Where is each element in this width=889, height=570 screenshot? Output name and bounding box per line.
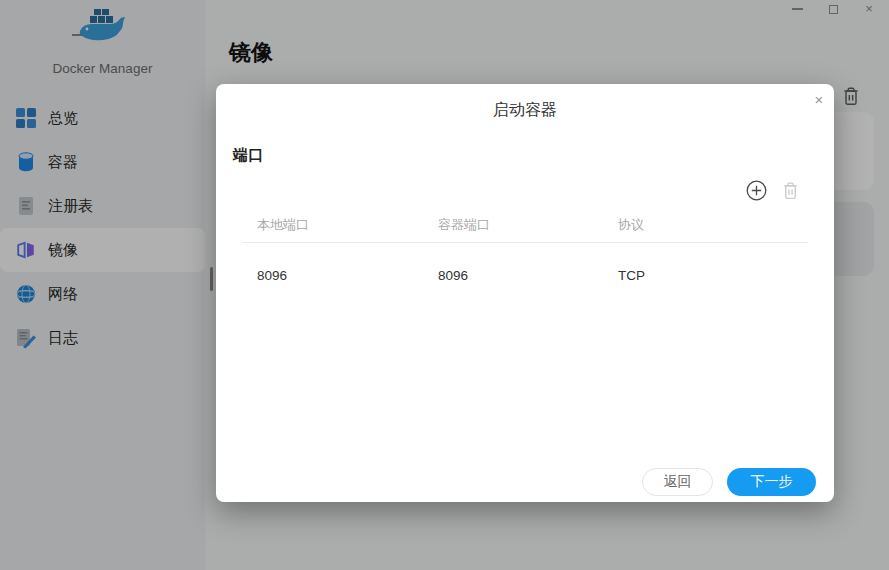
app-window: Docker Manager 总览 bbox=[0, 0, 889, 570]
column-header-container-port: 容器端口 bbox=[438, 216, 490, 234]
next-button[interactable]: 下一步 bbox=[727, 468, 816, 496]
start-container-dialog: × 启动容器 端口 本地端口 容器端口 协议 8096 8096 bbox=[216, 84, 834, 502]
cell-container-port: 8096 bbox=[438, 268, 468, 283]
cell-local-port: 8096 bbox=[257, 268, 287, 283]
add-port-button[interactable] bbox=[746, 180, 767, 201]
column-header-local-port: 本地端口 bbox=[257, 216, 309, 234]
dialog-title: 启动容器 bbox=[216, 100, 834, 121]
cell-protocol: TCP bbox=[618, 268, 645, 283]
column-header-protocol: 协议 bbox=[618, 216, 644, 234]
back-button[interactable]: 返回 bbox=[642, 468, 713, 496]
ports-section-label: 端口 bbox=[233, 146, 263, 165]
table-divider bbox=[242, 242, 808, 243]
delete-port-button[interactable] bbox=[782, 181, 799, 200]
